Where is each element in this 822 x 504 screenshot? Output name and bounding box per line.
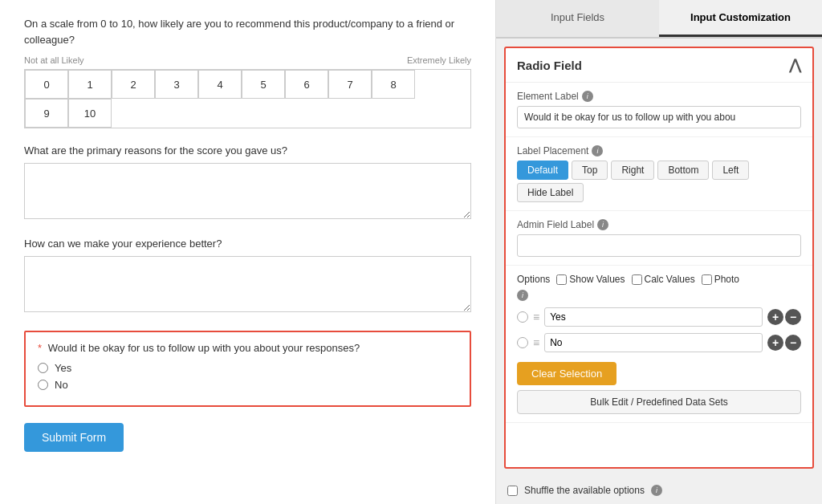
placement-default-btn[interactable]: Default bbox=[517, 161, 568, 180]
nps-cell-6[interactable]: 6 bbox=[285, 70, 328, 99]
element-label-text: Element Label bbox=[517, 91, 579, 102]
nps-cell-10[interactable]: 10 bbox=[68, 99, 112, 128]
option-no-add-btn[interactable]: + bbox=[767, 335, 783, 351]
option-yes-radio[interactable] bbox=[517, 311, 528, 323]
element-label-input[interactable] bbox=[517, 106, 801, 128]
radio-option-yes[interactable]: Yes bbox=[38, 362, 458, 374]
question2-textarea[interactable] bbox=[24, 163, 471, 219]
panel-header: Radio Field ⋀ bbox=[506, 48, 812, 83]
admin-field-label-info-icon[interactable]: i bbox=[597, 219, 608, 230]
right-panel: Input Fields Input Customization Radio F… bbox=[496, 0, 822, 504]
nps-cell-3[interactable]: 3 bbox=[155, 70, 198, 99]
option-no-radio[interactable] bbox=[517, 337, 528, 348]
shuffle-row: Shuffle the available options i bbox=[496, 477, 822, 504]
shuffle-label: Shuffle the available options bbox=[524, 485, 645, 496]
tabs-bar: Input Fields Input Customization bbox=[496, 0, 822, 39]
nps-cell-9[interactable]: 9 bbox=[25, 99, 68, 128]
show-values-label[interactable]: Show Values bbox=[556, 274, 625, 285]
panel-title: Radio Field bbox=[517, 59, 582, 72]
admin-field-label-section: Admin Field Label i bbox=[506, 211, 812, 266]
photo-text: Photo bbox=[714, 274, 739, 285]
radio-no-label: No bbox=[55, 379, 68, 391]
nps-row-2: 9 10 bbox=[25, 99, 470, 128]
nps-grid[interactable]: 0 1 2 3 4 5 6 7 8 9 10 bbox=[24, 69, 471, 128]
element-label-section: Element Label i bbox=[506, 83, 812, 137]
shuffle-info-icon[interactable]: i bbox=[651, 485, 662, 496]
admin-field-label-heading: Admin Field Label i bbox=[517, 219, 801, 230]
shuffle-checkbox[interactable] bbox=[507, 486, 518, 496]
left-panel: On a scale from 0 to 10, how likely are … bbox=[0, 0, 496, 504]
placement-bottom-btn[interactable]: Bottom bbox=[657, 161, 709, 180]
options-label: Options bbox=[517, 274, 550, 285]
nps-row-1: 0 1 2 3 4 5 6 7 8 bbox=[25, 70, 470, 99]
show-values-text: Show Values bbox=[569, 274, 625, 285]
radio-question-box: * Would it be okay for us to follow up w… bbox=[24, 331, 471, 407]
options-info-icon[interactable]: i bbox=[517, 290, 528, 301]
label-placement-info-icon[interactable]: i bbox=[592, 145, 603, 156]
placement-hide-label-btn[interactable]: Hide Label bbox=[517, 183, 584, 202]
label-placement-heading: Label Placement i bbox=[517, 145, 801, 156]
calc-values-label[interactable]: Calc Values bbox=[632, 274, 695, 285]
radio-no-input[interactable] bbox=[38, 380, 48, 390]
radio-question-title: * Would it be okay for us to follow up w… bbox=[38, 342, 458, 354]
nps-cell-5[interactable]: 5 bbox=[242, 70, 285, 99]
option-yes-add-btn[interactable]: + bbox=[767, 309, 783, 325]
option-no-item: ≡ + − bbox=[517, 333, 801, 352]
radio-option-no[interactable]: No bbox=[38, 379, 458, 391]
question3-section: How can we make your experience better? bbox=[24, 238, 471, 315]
calc-values-text: Calc Values bbox=[645, 274, 695, 285]
photo-checkbox[interactable] bbox=[702, 274, 712, 285]
nps-cell-2[interactable]: 2 bbox=[112, 70, 155, 99]
photo-label[interactable]: Photo bbox=[702, 274, 739, 285]
option-yes-remove-btn[interactable]: − bbox=[785, 309, 801, 325]
option-no-controls: + − bbox=[767, 335, 801, 351]
option-yes-handle[interactable]: ≡ bbox=[533, 311, 539, 323]
collapse-icon[interactable]: ⋀ bbox=[789, 56, 801, 74]
question2-label: What are the primary reasons for the sco… bbox=[24, 144, 471, 156]
element-label-heading: Element Label i bbox=[517, 91, 801, 102]
nps-left-label: Not at all Likely bbox=[24, 55, 84, 65]
nps-right-label: Extremely Likely bbox=[407, 55, 471, 65]
nps-cell-0[interactable]: 0 bbox=[25, 70, 68, 99]
placement-right-btn[interactable]: Right bbox=[611, 161, 654, 180]
placement-top-btn[interactable]: Top bbox=[572, 161, 608, 180]
option-yes-item: ≡ + − bbox=[517, 307, 801, 327]
nps-cell-7[interactable]: 7 bbox=[328, 70, 372, 99]
element-label-info-icon[interactable]: i bbox=[582, 91, 593, 102]
radio-yes-input[interactable] bbox=[38, 363, 48, 373]
admin-field-label-input[interactable] bbox=[517, 234, 801, 257]
placement-left-btn[interactable]: Left bbox=[712, 161, 749, 180]
option-no-remove-btn[interactable]: − bbox=[785, 335, 801, 351]
option-no-handle[interactable]: ≡ bbox=[533, 336, 539, 349]
calc-values-checkbox[interactable] bbox=[632, 274, 642, 285]
bulk-edit-button[interactable]: Bulk Edit / Predefined Data Sets bbox=[517, 390, 801, 414]
options-section: Options Show Values Calc Values Photo i bbox=[506, 266, 812, 423]
show-values-checkbox[interactable] bbox=[556, 274, 567, 285]
radio-yes-label: Yes bbox=[55, 362, 71, 374]
nps-cell-8[interactable]: 8 bbox=[372, 70, 415, 99]
label-placement-text: Label Placement bbox=[517, 145, 588, 156]
placement-buttons: Default Top Right Bottom Left Hide Label bbox=[517, 161, 801, 202]
required-asterisk: * bbox=[38, 342, 42, 354]
admin-field-label-text: Admin Field Label bbox=[517, 219, 594, 230]
label-placement-section: Label Placement i Default Top Right Bott… bbox=[506, 137, 812, 211]
tab-input-fields[interactable]: Input Fields bbox=[496, 0, 659, 37]
nps-labels: Not at all Likely Extremely Likely bbox=[24, 55, 471, 65]
customization-panel: Radio Field ⋀ Element Label i Label Plac… bbox=[504, 47, 814, 469]
option-yes-controls: + − bbox=[767, 309, 801, 325]
option-no-input[interactable] bbox=[544, 333, 763, 352]
radio-question-label-text: Would it be okay for us to follow up wit… bbox=[48, 342, 360, 354]
clear-selection-button[interactable]: Clear Selection bbox=[517, 362, 616, 385]
option-yes-input[interactable] bbox=[544, 307, 763, 327]
question3-textarea[interactable] bbox=[24, 256, 471, 312]
nps-cell-4[interactable]: 4 bbox=[198, 70, 242, 99]
nps-question: On a scale from 0 to 10, how likely are … bbox=[24, 16, 471, 47]
question2-section: What are the primary reasons for the sco… bbox=[24, 144, 471, 222]
tab-input-customization[interactable]: Input Customization bbox=[659, 0, 822, 37]
submit-button[interactable]: Submit Form bbox=[24, 423, 124, 452]
options-row: Options Show Values Calc Values Photo bbox=[517, 274, 801, 285]
question3-label: How can we make your experience better? bbox=[24, 238, 471, 250]
nps-cell-1[interactable]: 1 bbox=[68, 70, 112, 99]
